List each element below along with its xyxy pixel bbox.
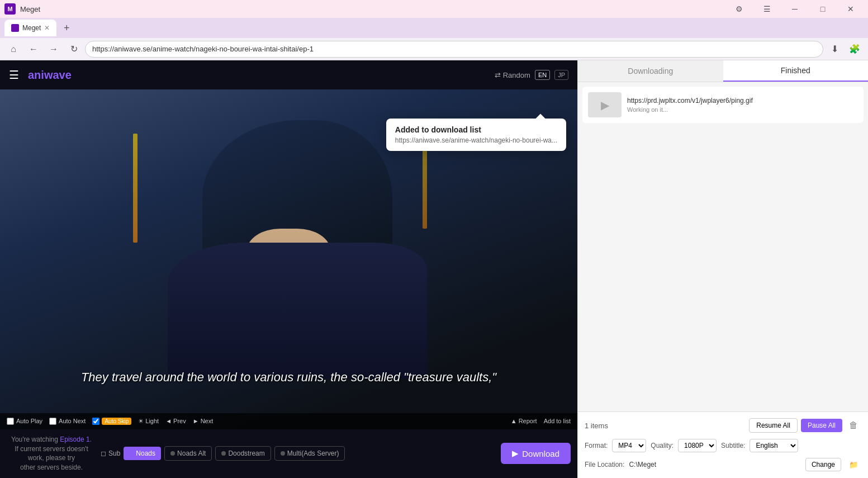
address-bar[interactable] (85, 41, 823, 58)
logo-prefix: ani (28, 69, 44, 81)
random-icon: ⇄ (495, 71, 501, 79)
random-label: Random (503, 71, 530, 79)
nav-actions: ⬇ 🧩 (826, 40, 864, 58)
titlebar-app-name: Meget (20, 5, 722, 13)
quality-select[interactable]: 1080P 720P 480P 360P (678, 439, 717, 452)
auto-next-checkbox[interactable] (49, 418, 56, 425)
extensions-button[interactable]: 🧩 (846, 40, 864, 58)
download-nav-button[interactable]: ⬇ (826, 40, 843, 58)
window-controls: ⚙ ☰ ─ □ ✕ (726, 0, 864, 18)
notification-popup: Added to download list https://aniwave.s… (386, 119, 566, 151)
report-button[interactable]: ▲ Report (511, 418, 537, 424)
download-url: https://prd.jwpltx.com/v1/jwplayer6/ping… (627, 97, 858, 105)
site-logo: aniwave (28, 69, 72, 82)
light-control[interactable]: ☀ Light (138, 418, 159, 425)
episode-link[interactable]: Episode 1. (60, 436, 92, 443)
minimize-button[interactable]: ─ (782, 0, 808, 18)
file-location-label: File Location: (585, 461, 624, 468)
lang-en-badge[interactable]: EN (535, 70, 550, 80)
watch-info: You're watching Episode 1. If current se… (7, 435, 96, 472)
subtitle-select[interactable]: English Japanese None (750, 439, 798, 452)
items-count: 1 items (585, 422, 608, 430)
next-button[interactable]: ► Next (193, 418, 214, 424)
back-button[interactable]: ← (25, 40, 42, 58)
app-icon-letter: M (7, 6, 12, 12)
nav-bar: ⌂ ← → ↻ ⬇ 🧩 (0, 38, 868, 60)
notification-url: https://aniwave.se/anime-watch/nageki-no… (395, 136, 557, 144)
download-item: ▶ https://prd.jwpltx.com/v1/jwplayer6/pi… (582, 87, 864, 123)
home-button[interactable]: ⌂ (4, 40, 22, 58)
tab-bar: Meget ✕ + (0, 18, 868, 38)
file-location-value: C:\Meget (629, 461, 801, 468)
folder-button[interactable]: 📁 (846, 457, 861, 472)
video-subtitle: They travel around the world to various … (58, 370, 519, 385)
panel-tabs: Downloading Finished (578, 60, 868, 82)
panel-footer-row3: File Location: C:\Meget Change 📁 (585, 457, 861, 472)
auto-play-control[interactable]: Auto Play (7, 418, 42, 425)
auto-skip-label: Auto Skip (102, 418, 131, 425)
format-select[interactable]: MP4 MKV AVI (612, 439, 646, 452)
watch-info-line3: other servers beside. (20, 463, 83, 471)
auto-play-checkbox[interactable] (7, 418, 14, 425)
download-list: ▶ https://prd.jwpltx.com/v1/jwplayer6/pi… (578, 82, 868, 411)
tab-finished[interactable]: Finished (723, 60, 869, 82)
forward-button[interactable]: → (45, 40, 63, 58)
server-dood-dot (221, 451, 226, 456)
download-label: Download (522, 449, 559, 458)
change-button[interactable]: Change (805, 458, 841, 471)
server-multi-dot (281, 451, 285, 456)
download-status: Working on it... (627, 106, 858, 113)
prev-button[interactable]: ◄ Prev (165, 418, 186, 424)
download-icon: ▶ (512, 448, 519, 458)
random-button[interactable]: ⇄ Random (495, 70, 530, 80)
logo-highlight: wave (44, 69, 72, 81)
auto-skip-control[interactable]: Auto Skip (92, 418, 131, 425)
notification-title: Added to download list (395, 125, 557, 134)
watch-info-line1: You're watching (11, 436, 58, 443)
server-noads-button[interactable]: Noads (124, 447, 161, 460)
sub-icon: ◻ (101, 449, 106, 457)
panel-actions: Resume All Pause All 🗑 (749, 418, 861, 433)
tab-downloading[interactable]: Downloading (578, 60, 723, 82)
titlebar: M Meget ⚙ ☰ ─ □ ✕ (0, 0, 868, 18)
subtitle-label: Subtitle: (721, 442, 745, 449)
server-noads-alt-button[interactable]: Noads Alt (164, 446, 212, 461)
server-multi-button[interactable]: Multi(Ads Server) (274, 446, 345, 461)
lang-jp-badge[interactable]: JP (554, 70, 568, 80)
download-info: https://prd.jwpltx.com/v1/jwplayer6/ping… (627, 97, 858, 113)
auto-next-control[interactable]: Auto Next (49, 418, 86, 425)
bottom-bar: You're watching Episode 1. If current se… (0, 429, 577, 478)
site-header: ☰ aniwave ⇄ Random EN JP (0, 60, 577, 89)
pause-all-button[interactable]: Pause All (801, 419, 842, 432)
server-doodstream-button[interactable]: Doodstream (215, 446, 271, 461)
download-panel: Downloading Finished ▶ https://prd.jwplt… (577, 60, 868, 478)
auto-next-label: Auto Next (59, 418, 86, 424)
menu-button[interactable]: ☰ (754, 0, 780, 18)
browser-viewport: ☰ aniwave ⇄ Random EN JP Added to downlo… (0, 60, 577, 478)
new-tab-button[interactable]: + (59, 20, 74, 36)
server-list: ◻ Sub Noads Noads Alt Doodstream M (101, 446, 496, 461)
panel-footer-row1: 1 items Resume All Pause All 🗑 (585, 418, 861, 433)
maximize-button[interactable]: □ (810, 0, 836, 18)
auto-skip-checkbox[interactable] (92, 418, 99, 425)
format-label: Format: (585, 442, 608, 449)
main-content: ☰ aniwave ⇄ Random EN JP Added to downlo… (0, 60, 868, 478)
download-button[interactable]: ▶ Download (501, 443, 571, 464)
resume-all-button[interactable]: Resume All (749, 418, 798, 433)
quality-label: Quality: (651, 442, 673, 449)
sub-label: ◻ Sub (101, 449, 120, 457)
server-noads-dot (129, 451, 134, 456)
settings-button[interactable]: ⚙ (726, 0, 752, 18)
site-menu-icon[interactable]: ☰ (9, 68, 19, 82)
browser-tab[interactable]: Meget ✕ (4, 20, 56, 36)
watch-info-line2: If current servers doesn't work, please … (15, 445, 88, 462)
delete-button[interactable]: 🗑 (846, 418, 861, 433)
play-icon: ▶ (601, 98, 609, 112)
add-to-list-button[interactable]: Add to list (544, 418, 571, 424)
close-button[interactable]: ✕ (838, 0, 864, 18)
panel-footer: 1 items Resume All Pause All 🗑 Format: M… (578, 411, 868, 478)
download-thumbnail: ▶ (588, 92, 622, 117)
refresh-button[interactable]: ↻ (65, 40, 83, 58)
server-noads-alt-dot (170, 451, 175, 456)
tab-close-icon[interactable]: ✕ (44, 24, 50, 32)
